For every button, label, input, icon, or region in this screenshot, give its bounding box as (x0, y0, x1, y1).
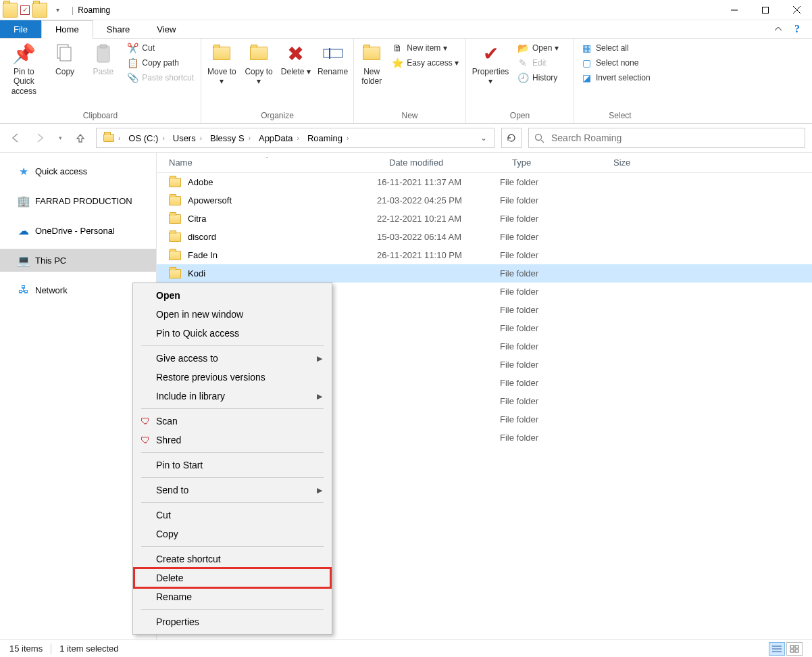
column-date[interactable]: Date modified (377, 157, 500, 168)
building-icon: 🏢 (18, 195, 30, 207)
forward-button[interactable] (31, 129, 49, 147)
breadcrumb-item[interactable]: Roaming› (303, 128, 353, 147)
refresh-button[interactable] (501, 128, 522, 148)
minimize-ribbon-button[interactable] (769, 20, 788, 38)
file-name: discord (188, 232, 216, 242)
rename-button[interactable]: Rename (315, 40, 351, 110)
easy-access-button[interactable]: ⭐ Easy access ▾ (389, 56, 461, 70)
ctx-cut[interactable]: Cut (134, 506, 330, 525)
file-type: File folder (500, 378, 601, 388)
new-folder-button[interactable]: New folder (357, 40, 386, 110)
ctx-scan[interactable]: 🛡Scan (134, 412, 330, 431)
recent-locations-button[interactable]: ▾ (55, 129, 65, 147)
details-view-button[interactable] (769, 642, 785, 656)
file-date: 22-12-2021 10:21 AM (377, 214, 500, 224)
ctx-open[interactable]: Open (134, 286, 330, 305)
maximize-button[interactable] (750, 0, 781, 20)
ctx-give-access-to[interactable]: Give access to▶ (134, 349, 330, 368)
breadcrumb-item[interactable]: AppData› (255, 128, 303, 147)
sidebar-item-this-pc[interactable]: 💻 This PC (0, 249, 156, 272)
ctx-pin-quick-access[interactable]: Pin to Quick access (134, 324, 330, 343)
table-row[interactable]: Adobe16-11-2021 11:37 AMFile folder (157, 173, 812, 191)
file-type: File folder (500, 323, 601, 333)
ctx-delete[interactable]: Delete (134, 568, 330, 587)
qat-dropdown-icon[interactable]: ▾ (50, 3, 65, 18)
sidebar-item-onedrive[interactable]: ☁ OneDrive - Personal (0, 219, 156, 242)
table-row[interactable]: Citra22-12-2021 10:21 AMFile folder (157, 210, 812, 228)
close-button[interactable] (781, 0, 812, 20)
tab-view[interactable]: View (143, 20, 189, 38)
tab-home[interactable]: Home (41, 20, 93, 39)
ctx-restore-previous[interactable]: Restore previous versions (134, 368, 330, 387)
history-button[interactable]: 🕘 History (515, 71, 561, 84)
large-icons-view-button[interactable] (786, 642, 803, 656)
move-to-button[interactable]: Move to ▾ (204, 40, 240, 110)
column-name[interactable]: ˄ Name (157, 157, 377, 168)
copy-to-button[interactable]: Copy to ▾ (241, 40, 277, 110)
content-area: ★ Quick access 🏢 FARRAD PRODUCTION ☁ One… (0, 152, 812, 640)
breadcrumb-item[interactable]: Blessy S› (206, 128, 255, 147)
sidebar-item-quick-access[interactable]: ★ Quick access (0, 160, 156, 182)
file-type: File folder (500, 232, 601, 242)
shield-icon: 🛡 (140, 435, 151, 445)
ctx-properties[interactable]: Properties (134, 612, 330, 631)
breadcrumb-root[interactable]: › (99, 128, 124, 147)
ctx-shred[interactable]: 🛡Shred (134, 431, 330, 449)
column-type[interactable]: Type (500, 157, 601, 168)
select-all-button[interactable]: ▦ Select all (578, 41, 653, 55)
search-input[interactable] (550, 132, 799, 144)
new-item-button[interactable]: 🗎 New item ▾ (389, 41, 461, 55)
folder-icon (169, 178, 181, 187)
ctx-include-in-library[interactable]: Include in library▶ (134, 387, 330, 406)
table-row[interactable]: Apowersoft21-03-2022 04:25 PMFile folder (157, 191, 812, 210)
ctx-rename[interactable]: Rename (134, 587, 330, 606)
copy-path-button[interactable]: 📋 Copy path (124, 56, 197, 70)
sidebar-item-production[interactable]: 🏢 FARRAD PRODUCTION (0, 189, 156, 212)
help-button[interactable]: ? (788, 20, 807, 38)
svg-line-11 (541, 140, 544, 143)
open-button[interactable]: 📂 Open ▾ (515, 41, 561, 55)
file-date: 26-11-2021 11:10 PM (377, 250, 500, 260)
cut-button[interactable]: ✂️ Cut (124, 41, 197, 55)
copy-button[interactable]: Copy (47, 40, 84, 110)
file-name: Kodi (188, 268, 205, 278)
table-row[interactable]: discord15-03-2022 06:14 AMFile folder (157, 228, 812, 246)
table-row[interactable]: Fade In26-11-2021 11:10 PMFile folder (157, 246, 812, 264)
shield-icon: 🛡 (140, 416, 151, 427)
ctx-create-shortcut[interactable]: Create shortcut (134, 550, 330, 568)
ctx-pin-to-start[interactable]: Pin to Start (134, 456, 330, 474)
address-bar[interactable]: › OS (C:)› Users› Blessy S› AppData› Roa… (96, 128, 494, 148)
tab-share[interactable]: Share (93, 20, 144, 38)
pin-to-quick-access-button[interactable]: 📌 Pin to Quick access (3, 40, 45, 110)
address-dropdown-icon[interactable]: ⌄ (476, 133, 491, 143)
file-date: 21-03-2022 04:25 PM (377, 195, 500, 205)
file-type: File folder (500, 195, 601, 205)
qat-properties-icon[interactable]: ✓ (20, 5, 30, 15)
svg-rect-7 (100, 45, 107, 48)
breadcrumb-item[interactable]: Users› (169, 128, 206, 147)
star-icon: ★ (18, 165, 30, 177)
file-name: Apowersoft (188, 195, 232, 205)
back-button[interactable] (7, 129, 24, 147)
properties-icon: ✔ (478, 41, 503, 66)
table-row[interactable]: KodiFile folder (157, 264, 812, 283)
minimize-button[interactable] (719, 0, 750, 20)
file-type: File folder (500, 268, 601, 278)
column-size[interactable]: Size (601, 157, 669, 168)
ctx-copy[interactable]: Copy (134, 525, 330, 543)
file-type: File folder (500, 396, 601, 406)
search-box[interactable] (528, 128, 805, 148)
invert-selection-button[interactable]: ◪ Invert selection (578, 71, 653, 84)
select-none-button[interactable]: ▢ Select none (578, 56, 653, 70)
ctx-open-new-window[interactable]: Open in new window (134, 305, 330, 324)
file-type: File folder (500, 305, 601, 315)
delete-button[interactable]: ✖ Delete ▾ (278, 40, 314, 110)
properties-button[interactable]: ✔ Properties ▾ (469, 40, 512, 110)
ctx-send-to[interactable]: Send to▶ (134, 481, 330, 500)
paste-shortcut-button: 📎 Paste shortcut (124, 71, 197, 84)
tab-file[interactable]: File (0, 20, 41, 38)
select-none-icon: ▢ (581, 57, 592, 68)
svg-rect-5 (60, 47, 71, 61)
breadcrumb-item[interactable]: OS (C:)› (124, 128, 168, 147)
up-button[interactable] (72, 129, 89, 147)
